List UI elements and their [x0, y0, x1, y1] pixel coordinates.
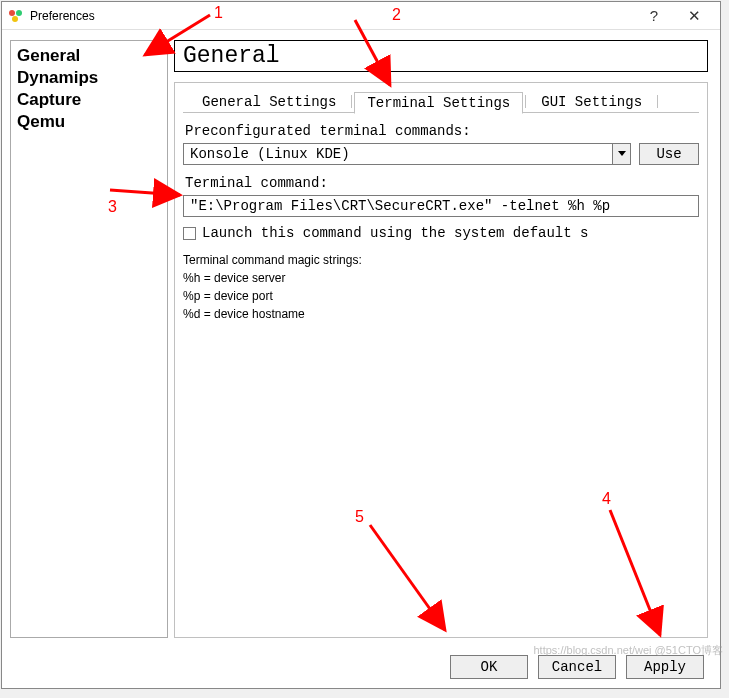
- sidebar-item-qemu[interactable]: Qemu: [17, 111, 161, 133]
- window-body: General Dynamips Capture Qemu General Ge…: [2, 30, 720, 646]
- help-heading: Terminal command magic strings:: [183, 251, 699, 269]
- app-icon: [8, 8, 24, 24]
- tab-row: General Settings Terminal Settings GUI S…: [183, 91, 699, 113]
- sidebar: General Dynamips Capture Qemu: [10, 40, 168, 638]
- page-heading: General: [174, 40, 708, 72]
- titlebar: Preferences ? ✕: [2, 2, 720, 30]
- ok-button[interactable]: OK: [450, 655, 528, 679]
- svg-point-0: [9, 10, 15, 16]
- help-line: %h = device server: [183, 269, 699, 287]
- close-button[interactable]: ✕: [674, 4, 714, 28]
- preconfigured-label: Preconfigurated terminal commands:: [185, 123, 699, 139]
- preferences-window: Preferences ? ✕ General Dynamips Capture…: [1, 1, 721, 689]
- apply-button[interactable]: Apply: [626, 655, 704, 679]
- sidebar-item-general[interactable]: General: [17, 45, 161, 67]
- launch-default-label: Launch this command using the system def…: [202, 225, 588, 241]
- preconfigured-combo-value: Konsole (Linux KDE): [184, 144, 612, 164]
- preconfigured-combo[interactable]: Konsole (Linux KDE): [183, 143, 631, 165]
- svg-point-1: [16, 10, 22, 16]
- tab-divider: [657, 95, 658, 108]
- terminal-command-input[interactable]: "E:\Program Files\CRT\SecureCRT.exe" -te…: [183, 195, 699, 217]
- help-line: %p = device port: [183, 287, 699, 305]
- sidebar-item-capture[interactable]: Capture: [17, 89, 161, 111]
- tab-general-settings[interactable]: General Settings: [189, 91, 349, 113]
- chevron-down-icon[interactable]: [612, 144, 630, 164]
- command-label: Terminal command:: [185, 175, 699, 191]
- svg-marker-3: [618, 151, 626, 156]
- settings-panel: General Settings Terminal Settings GUI S…: [174, 82, 708, 638]
- tab-terminal-settings[interactable]: Terminal Settings: [354, 92, 523, 114]
- help-button[interactable]: ?: [634, 4, 674, 28]
- tab-gui-settings[interactable]: GUI Settings: [528, 91, 655, 113]
- use-button[interactable]: Use: [639, 143, 699, 165]
- window-title: Preferences: [30, 9, 634, 23]
- watermark: https://blog.csdn.net/wei @51CTO博客: [534, 643, 724, 658]
- svg-point-2: [12, 16, 18, 22]
- tab-divider: [351, 95, 352, 108]
- help-line: %d = device hostname: [183, 305, 699, 323]
- main-area: General General Settings Terminal Settin…: [174, 40, 708, 638]
- magic-strings-help: Terminal command magic strings: %h = dev…: [183, 251, 699, 323]
- cancel-button[interactable]: Cancel: [538, 655, 616, 679]
- launch-default-checkbox[interactable]: [183, 227, 196, 240]
- sidebar-item-dynamips[interactable]: Dynamips: [17, 67, 161, 89]
- tab-divider: [525, 95, 526, 108]
